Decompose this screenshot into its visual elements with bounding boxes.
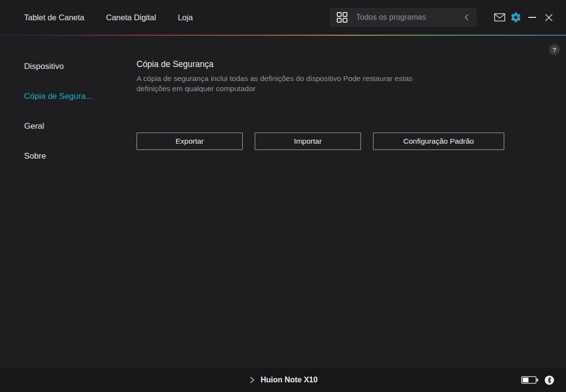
tab-digital-pen[interactable]: Caneta Digital	[106, 13, 156, 22]
sidebar-item-device[interactable]: Dispositivo	[24, 61, 120, 72]
app-window: Tablet de Caneta Caneta Digital Loja Tod…	[0, 0, 566, 392]
default-config-button[interactable]: Configuração Padrão	[373, 133, 504, 150]
mail-icon[interactable]	[494, 12, 505, 23]
sidebar-item-general[interactable]: Geral	[24, 121, 120, 132]
page-description: A cópia de segurança inclui todas as def…	[137, 73, 537, 94]
tab-store[interactable]: Loja	[178, 13, 193, 22]
import-button[interactable]: Importar	[255, 133, 361, 150]
page-description-line-1: A cópia de segurança inclui todas as def…	[137, 73, 537, 83]
all-programs-label: Todos os programas	[356, 13, 426, 22]
help-button[interactable]: ?	[549, 44, 560, 55]
titlebar-right: Todos os programas	[330, 8, 554, 27]
chevron-right-icon	[248, 376, 256, 384]
bluetooth-icon[interactable]	[544, 375, 554, 385]
sidebar-item-about[interactable]: Sobre	[24, 150, 120, 162]
sidebar-item-backup[interactable]: Cópia de Segura...	[24, 91, 120, 102]
minimize-button[interactable]	[526, 12, 538, 23]
device-selector[interactable]: Huion Note X10	[248, 376, 318, 384]
battery-icon	[521, 375, 538, 385]
export-button[interactable]: Exportar	[137, 133, 243, 150]
close-button[interactable]	[543, 12, 554, 23]
page-title: Cópia de Segurança	[137, 59, 537, 70]
status-bar: Huion Note X10	[0, 368, 566, 392]
page-description-line-2: definições em qualquer computador	[137, 83, 537, 94]
titlebar: Tablet de Caneta Caneta Digital Loja Tod…	[0, 0, 566, 35]
all-programs-dropdown[interactable]: Todos os programas	[330, 8, 477, 27]
apps-grid-icon	[336, 12, 348, 23]
chevron-left-icon[interactable]	[464, 14, 469, 21]
device-name: Huion Note X10	[261, 376, 318, 384]
sidebar: Dispositivo Cópia de Segura... Geral Sob…	[0, 36, 121, 368]
window-controls	[489, 12, 554, 23]
settings-gear-icon[interactable]	[510, 12, 522, 23]
main-panel: ? Cópia de Segurança A cópia de seguranç…	[121, 36, 566, 368]
status-icons	[521, 375, 554, 385]
content-area: Dispositivo Cópia de Segura... Geral Sob…	[0, 36, 566, 368]
tab-pen-tablet[interactable]: Tablet de Caneta	[24, 13, 84, 22]
backup-actions: Exportar Importar Configuração Padrão	[137, 133, 537, 150]
